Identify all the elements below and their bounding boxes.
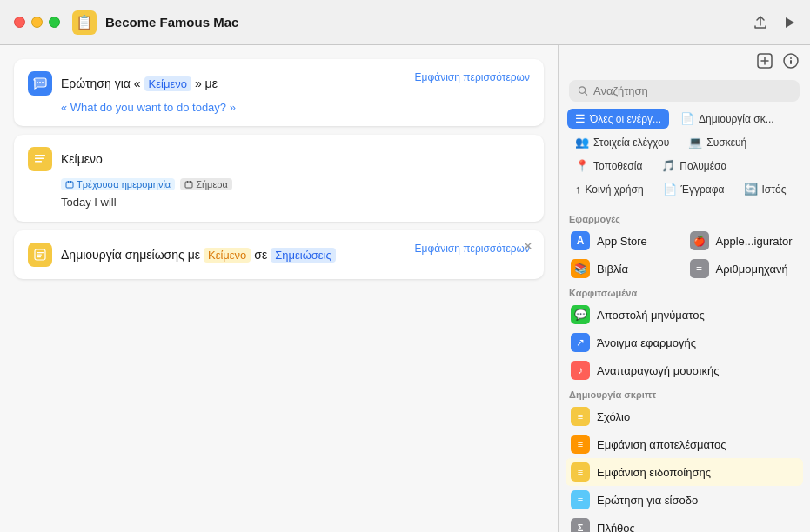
show-more-btn-1[interactable]: Εμφάνιση περισσότερων [415,71,530,83]
comment-icon: ≡ [571,407,590,426]
text-card-body: Τρέχουσα ημερομηνία Σήμερα Today I will [28,178,530,209]
card-icon-text [28,147,52,171]
play-music-icon: ♪ [571,361,590,380]
apps-section-label: Εφαρμογές [566,209,803,227]
text-badge-note[interactable]: Κείμενο [204,248,251,263]
card-icon-note [28,243,52,267]
titlebar: 📋 Become Famous Mac [0,0,810,45]
svg-rect-11 [187,181,188,183]
card-icon-ask [28,71,52,96]
right-panel-header [559,45,810,73]
category-tabs: ☰ Όλες οι ενέργ... 📄 Δημιουργία σκ... 👥 … [559,105,810,203]
svg-rect-7 [66,182,73,188]
svg-rect-12 [190,181,191,183]
card-icon-title: Ερώτηση για « Κείμενο » με [28,71,218,96]
svg-rect-4 [35,155,45,156]
svg-rect-16 [37,256,41,257]
svg-point-21 [579,87,585,93]
books-item[interactable]: 📚 Βιβλία [566,255,685,283]
ask-card-subtitle: « What do you want to do today? » [28,101,530,114]
svg-point-2 [39,82,41,83]
notes-badge[interactable]: Σημειώσεις [271,248,336,263]
card-icon-title-3: Δημιουργία σημείωσης με Κείμενο σε Σημει… [28,243,336,267]
left-panel: Ερώτηση για « Κείμενο » με Εμφάνιση περι… [0,45,558,532]
show-result-icon: ≡ [571,435,590,454]
tab-all[interactable]: ☰ Όλες οι ενέργ... [567,109,669,129]
tab-media[interactable]: 🎵 Πολυμέσα [653,156,734,176]
text-card-title: Κείμενο [61,152,103,166]
open-app-item[interactable]: ↗ Άνοιγμα εφαρμογής [566,329,803,356]
share-button[interactable] [753,15,768,30]
tab-sharing[interactable]: ↑ Κοινή χρήση [567,179,652,199]
count-icon: Σ [571,518,590,532]
tab-location[interactable]: 📍 Τοποθεσία [567,156,650,176]
search-box[interactable] [569,80,800,102]
app-icon: 📋 [72,10,97,35]
open-app-icon: ↗ [571,333,590,352]
fullscreen-button[interactable] [49,17,60,28]
show-notification-icon: ≡ [571,462,590,482]
svg-rect-5 [35,158,44,160]
tab-device[interactable]: 💻 Συσκευή [680,132,754,152]
pinned-section-label: Καρφιτσωμένα [566,283,803,301]
tab-web[interactable]: 🔄 Ιστός [736,179,794,199]
text-card-body-text: Today I will [61,196,117,209]
date-tag[interactable]: Τρέχουσα ημερομηνία [61,178,175,190]
play-button[interactable] [782,16,796,30]
count-item[interactable]: Σ Πλήθος [566,514,803,532]
info-icon-button[interactable] [782,52,800,70]
search-input[interactable] [593,84,791,97]
ask-input-item[interactable]: ≡ Ερώτηση για είσοδο [566,486,803,514]
right-panel-content: Εφαρμογές A App Store 🍎 Apple...igurator… [559,203,810,532]
show-result-item[interactable]: ≡ Εμφάνιση αποτελέσματος [566,430,803,458]
svg-point-1 [37,82,38,83]
send-message-icon: 💬 [571,305,590,324]
ask-question-card: Ερώτηση για « Κείμενο » με Εμφάνιση περι… [14,59,544,126]
tab-documents[interactable]: 📄 Έγγραφα [655,179,733,199]
window-title: Become Famous Mac [105,15,753,30]
svg-point-3 [42,82,44,83]
card-header: Ερώτηση για « Κείμενο » με Εμφάνιση περι… [28,71,530,96]
add-icon-button[interactable] [756,52,773,70]
ask-input-icon: ≡ [571,490,590,509]
calculator-icon: = [690,259,709,278]
main-content: Ερώτηση για « Κείμενο » με Εμφάνιση περι… [0,45,810,532]
close-button[interactable] [14,17,25,28]
svg-rect-10 [185,182,192,188]
calculator-item[interactable]: = Αριθμομηχανή [685,255,804,283]
play-music-item[interactable]: ♪ Αναπαραγωγή μουσικής [566,356,803,384]
svg-rect-6 [35,161,42,163]
minimize-button[interactable] [31,17,43,28]
tab-scripting-elements[interactable]: 👥 Στοιχεία ελέγχου [567,132,677,152]
tag-row: Τρέχουσα ημερομηνία Σήμερα [61,178,530,190]
show-more-btn-3[interactable]: Εμφάνιση περισσότερων [415,243,530,255]
right-panel: ☰ Όλες οι ενέργ... 📄 Δημιουργία σκ... 👥 … [558,45,810,532]
svg-rect-8 [68,181,69,183]
send-message-item[interactable]: 💬 Αποστολή μηνύματος [566,301,803,329]
books-icon: 📚 [571,259,590,278]
svg-rect-15 [37,255,42,256]
tab-create-document[interactable]: 📄 Δημιουργία σκ... [673,109,782,129]
apple-configurator-icon: 🍎 [690,231,709,250]
scripting-section-label: Δημιουργία σκριπτ [566,384,803,402]
app-store-icon: A [571,231,590,250]
apps-grid: A App Store 🍎 Apple...igurator 📚 Βιβλία … [566,227,803,283]
search-icon [578,85,588,96]
ask-card-title: Ερώτηση για « Κείμενο » με [61,76,218,91]
create-note-card: Δημιουργία σημείωσης με Κείμενο σε Σημει… [14,230,544,279]
card-close-button[interactable]: ✕ [523,239,533,253]
svg-rect-9 [70,181,71,183]
comment-item[interactable]: ≡ Σχόλιο [566,402,803,430]
svg-point-19 [790,57,792,59]
app-store-item[interactable]: A App Store [566,227,685,255]
titlebar-actions [753,15,796,30]
svg-rect-20 [790,60,792,64]
text-badge[interactable]: Κείμενο [144,76,191,91]
today-tag[interactable]: Σήμερα [180,178,232,190]
note-card-title: Δημιουργία σημείωσης με Κείμενο σε Σημει… [61,248,336,263]
apple-configurator-item[interactable]: 🍎 Apple...igurator [685,227,804,255]
show-notification-item[interactable]: ≡ Εμφάνιση ειδοποίησης [566,458,803,486]
svg-rect-14 [37,252,44,253]
card-icon-title-2: Κείμενο [28,147,530,171]
traffic-lights [14,17,60,28]
